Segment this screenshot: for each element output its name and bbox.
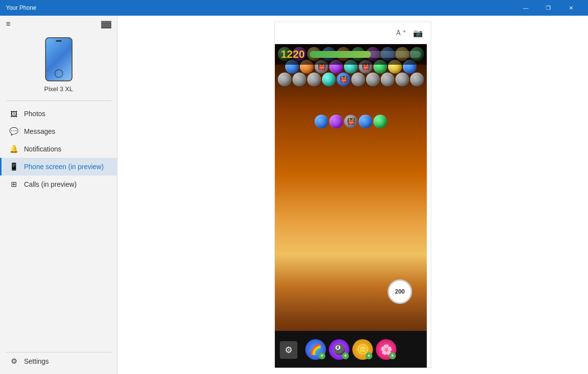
phone-screen-toolbar: Ａ⁺ 📷 [275,22,431,44]
messages-label: Messages [24,127,55,135]
sidebar-item-calls[interactable]: ⊞ Calls (in preview) [0,175,117,193]
bubble [359,115,372,128]
powerup-rainbow[interactable]: 🌈 + [305,339,326,360]
score-badge: 200 [388,279,412,304]
device-name: Pixel 3 XL [44,85,73,93]
battery-icon: ▓▓ [101,20,111,28]
game-bottom-bar: ⚙ 🌈 + 🎱 + 🪙 + 🌸 + [275,331,427,368]
phone-screen-label: Phone screen (in preview) [24,163,104,171]
bubble [293,73,306,86]
close-button[interactable]: ✕ [560,0,582,16]
hamburger-icon[interactable]: ≡ [6,20,10,28]
game-progress-fill [310,51,371,58]
bubble [278,73,292,86]
powerup-special[interactable]: 🌸 + [376,339,396,360]
game-top-bar: 1220 [275,44,427,65]
phone-screen-icon: 📱 [9,162,18,171]
bubble [410,73,424,86]
main-layout: ≡ ▓▓ Pixel 3 XL 🖼 Photos 💬 Messages 🔔 No… [0,16,588,374]
photos-label: Photos [24,110,46,118]
sidebar-item-photos[interactable]: 🖼 Photos [0,105,117,123]
plus-badge: + [389,352,396,359]
messages-icon: 💬 [9,127,18,136]
bubble [351,73,365,86]
bubble [322,73,336,86]
powerup-coin[interactable]: 🪙 + [352,339,373,360]
nav-items: 🖼 Photos 💬 Messages 🔔 Notifications 📱 Ph… [0,101,117,352]
titlebar: Your Phone — ❐ ✕ [0,0,588,16]
calls-icon: ⊞ [9,180,18,189]
game-score: 1220 [281,48,305,61]
sidebar-item-phone-screen[interactable]: 📱 Phone screen (in preview) [0,158,117,175]
bubble-monster [344,115,358,128]
plus-badge: + [342,352,349,359]
sidebar-item-notifications[interactable]: 🔔 Notifications [0,140,117,158]
bubble-row-3 [275,72,427,87]
device-section: Pixel 3 XL [0,32,117,100]
notifications-icon: 🔔 [9,145,18,153]
game-settings-button[interactable]: ⚙ [280,341,297,359]
phone-graphic [45,37,73,81]
bubble [329,115,343,128]
window-controls: — ❐ ✕ [514,0,582,16]
powerup-ball[interactable]: 🎱 + [329,339,349,360]
restore-button[interactable]: ❐ [537,0,560,16]
bubble-monster [337,73,350,86]
bubble-row-4 [275,114,427,129]
plus-badge: + [318,352,325,359]
screenshot-button[interactable]: 📷 [411,26,425,40]
settings-icon: ⚙ [9,357,18,366]
sidebar: ≡ ▓▓ Pixel 3 XL 🖼 Photos 💬 Messages 🔔 No… [0,16,118,374]
settings-label: Settings [24,357,49,365]
sidebar-item-messages[interactable]: 💬 Messages [0,123,117,140]
calls-label: Calls (in preview) [24,180,76,188]
sidebar-header: ≡ ▓▓ [0,16,117,32]
notifications-label: Notifications [24,145,61,153]
minimize-button[interactable]: — [514,0,537,16]
bubble [395,73,409,86]
bubble [315,115,328,128]
app-title: Your Phone [6,4,514,11]
content-area: Ａ⁺ 📷 1220 [118,16,588,374]
sidebar-item-settings[interactable]: ⚙ Settings [0,352,117,370]
phone-screen-panel: Ａ⁺ 📷 1220 [274,22,431,368]
plus-badge: + [366,352,372,359]
photos-icon: 🖼 [9,109,18,118]
bubble [366,73,380,86]
text-resize-button[interactable]: Ａ⁺ [393,26,407,40]
sidebar-bottom: ⚙ Settings [0,352,117,374]
bubble [381,73,394,86]
game-progress-bar [310,51,421,58]
game-screen[interactable]: 1220 [275,44,427,368]
bubble [307,73,321,86]
bubble [373,115,387,128]
